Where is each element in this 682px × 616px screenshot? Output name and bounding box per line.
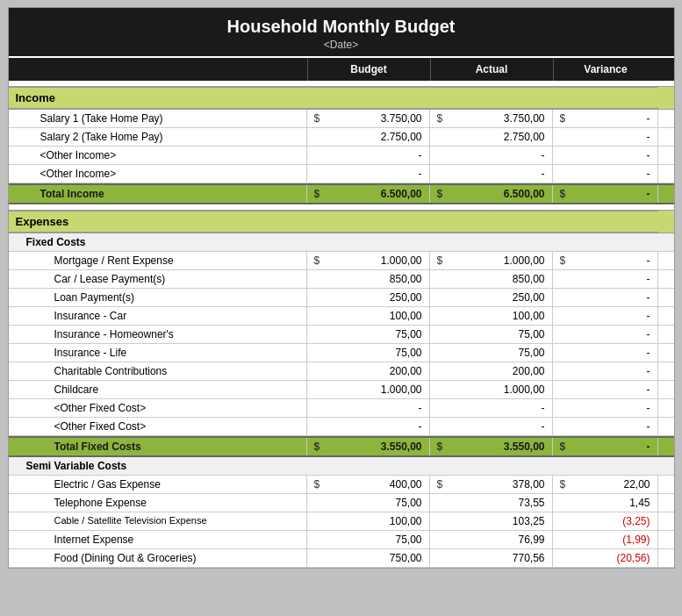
table-row: Insurance - Car 100,00 100,00 - [9, 307, 674, 326]
variance-cell: - [553, 128, 658, 146]
variance-value: - [647, 112, 650, 125]
variance-cell: - [553, 326, 658, 343]
actual-cell: - [430, 147, 553, 164]
row-label: Car / Lease Payment(s) [9, 270, 307, 288]
actual-cell: 75,00 [430, 344, 553, 362]
semi-variable-subsection: Semi Variable Costs Electric / Gas Expen… [9, 457, 674, 568]
actual-cell: - [430, 165, 553, 183]
variance-cell: - [553, 344, 658, 362]
income-section-label: Income [9, 87, 658, 109]
actual-cell: 1.000,00 [430, 381, 553, 398]
total-actual-value: 6.500,00 [504, 188, 545, 200]
actual-cell: - [430, 418, 553, 435]
budget-cell: 100,00 [307, 512, 430, 530]
variance-cell: - [553, 381, 658, 398]
budget-cell: - [307, 147, 430, 164]
total-variance-cell: $ - [553, 185, 658, 203]
actual-cell: $ 3.750,00 [430, 110, 553, 127]
variance-cell: - [553, 147, 658, 164]
header-section: Household Monthly Budget <Date> [9, 8, 674, 56]
fixed-costs-label: Fixed Costs [9, 233, 674, 252]
budget-cell: 250,00 [307, 289, 430, 306]
row-label: Telephone Expense [9, 494, 307, 512]
row-label: Cable / Satellite Television Expense [9, 512, 307, 530]
fixed-costs-subsection: Fixed Costs Mortgage / Rent Expense $ 1.… [9, 233, 674, 457]
budget-cell: 1.000,00 [307, 381, 430, 398]
row-label: Childcare [9, 381, 307, 398]
column-headers: Budget Actual Variance [9, 56, 674, 81]
budget-cell: 100,00 [307, 307, 430, 325]
dollar-sign: $ [560, 188, 566, 200]
table-row: Car / Lease Payment(s) 850,00 850,00 - [9, 270, 674, 289]
table-row: Food (Dining Out & Groceries) 750,00 770… [9, 549, 674, 568]
row-label: Salary 1 (Take Home Pay) [9, 110, 307, 127]
expenses-section: Expenses Fixed Costs Mortgage / Rent Exp… [9, 210, 674, 568]
table-row: Salary 1 (Take Home Pay) $ 3.750,00 $ 3.… [9, 110, 674, 128]
row-label: Mortgage / Rent Expense [9, 252, 307, 269]
variance-cell: - [553, 307, 658, 325]
semi-variable-label: Semi Variable Costs [9, 457, 674, 476]
table-row: Charitable Contributions 200,00 200,00 - [9, 362, 674, 381]
header-date: <Date> [12, 39, 671, 51]
variance-cell: $ - [553, 110, 658, 127]
table-row: <Other Fixed Cost> - - - [9, 399, 674, 418]
row-label: Internet Expense [9, 531, 307, 548]
expenses-section-label: Expenses [9, 211, 658, 233]
table-row: Telephone Expense 75,00 73,55 1,45 [9, 494, 674, 512]
row-label: Insurance - Car [9, 307, 307, 325]
variance-cell: - [553, 289, 658, 306]
budget-cell: 850,00 [307, 270, 430, 288]
total-fixed-costs-row: Total Fixed Costs $ 3.550,00 $ 3.550,00 … [9, 436, 674, 457]
dollar-sign: $ [314, 112, 320, 125]
budget-cell: 75,00 [307, 326, 430, 343]
total-budget-cell: $ 3.550,00 [307, 438, 430, 455]
table-row: <Other Income> - - - [9, 165, 674, 183]
budget-cell: 2.750,00 [307, 128, 430, 146]
variance-cell: (1,99) [553, 531, 658, 548]
row-label: <Other Income> [9, 165, 307, 183]
variance-cell: - [553, 362, 658, 380]
budget-cell: $ 3.750,00 [307, 110, 430, 127]
table-row: <Other Income> - - - [9, 147, 674, 165]
variance-cell: - [553, 270, 658, 288]
total-income-row: Total Income $ 6.500,00 $ 6.500,00 $ - [9, 183, 674, 204]
budget-cell: 75,00 [307, 494, 430, 512]
variance-cell: $ - [553, 252, 658, 269]
budget-cell: $ 1.000,00 [307, 252, 430, 269]
table-row: Loan Payment(s) 250,00 250,00 - [9, 289, 674, 307]
col-header-variance: Variance [553, 58, 658, 81]
table-row: Electric / Gas Expense $ 400,00 $ 378,00… [9, 476, 674, 494]
row-label: Insurance - Homeowner's [9, 326, 307, 343]
variance-cell: (20,56) [553, 549, 658, 567]
budget-cell: 75,00 [307, 344, 430, 362]
row-label: Loan Payment(s) [9, 289, 307, 306]
actual-cell: 250,00 [430, 289, 553, 306]
total-income-label: Total Income [9, 185, 307, 203]
actual-cell: 770,56 [430, 549, 553, 567]
budget-cell: 75,00 [307, 531, 430, 548]
row-label: <Other Fixed Cost> [9, 399, 307, 417]
col-header-label [9, 58, 307, 81]
row-label: Insurance - Life [9, 344, 307, 362]
row-label: <Other Income> [9, 147, 307, 164]
variance-cell: 1,45 [553, 494, 658, 512]
row-label: Electric / Gas Expense [9, 476, 307, 493]
budget-cell: 750,00 [307, 549, 430, 567]
budget-cell: $ 400,00 [307, 476, 430, 493]
budget-cell: - [307, 399, 430, 417]
actual-cell: 75,00 [430, 326, 553, 343]
actual-cell: 850,00 [430, 270, 553, 288]
actual-cell: $ 378,00 [430, 476, 553, 493]
dollar-sign: $ [437, 188, 443, 200]
variance-cell: - [553, 399, 658, 417]
table-row: Cable / Satellite Television Expense 100… [9, 512, 674, 531]
dollar-sign: $ [437, 112, 443, 125]
table-row: Salary 2 (Take Home Pay) 2.750,00 2.750,… [9, 128, 674, 147]
row-label: Charitable Contributions [9, 362, 307, 380]
total-actual-cell: $ 6.500,00 [430, 185, 553, 203]
dollar-sign: $ [560, 112, 566, 125]
budget-cell: 200,00 [307, 362, 430, 380]
variance-cell: (3,25) [553, 512, 658, 530]
variance-cell: - [553, 418, 658, 435]
actual-cell: $ 1.000,00 [430, 252, 553, 269]
